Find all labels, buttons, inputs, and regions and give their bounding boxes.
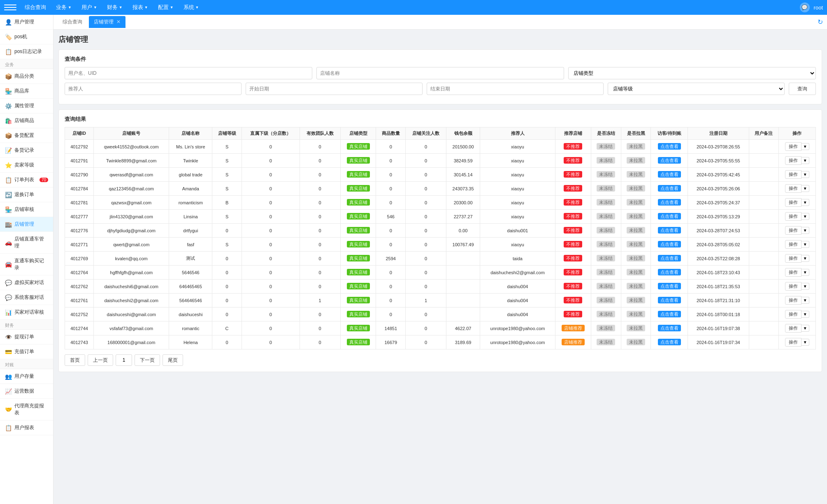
action-dropdown-button[interactable]: ▼	[801, 171, 809, 178]
sidebar-item-商品分类[interactable]: 📦 商品分类	[0, 69, 53, 84]
visit-tag[interactable]: 点击查看	[658, 241, 681, 247]
sidebar-item-用户存量[interactable]: 👥 用户存量	[0, 369, 53, 377]
page-number-input[interactable]	[116, 354, 132, 366]
shop-type-tag[interactable]: 真实店铺	[347, 213, 370, 220]
visit-tag[interactable]: 点击查看	[658, 171, 681, 178]
visit-tag[interactable]: 点击查看	[658, 199, 681, 206]
hamburger-menu[interactable]	[4, 1, 16, 14]
visit-tag[interactable]: 点击查看	[658, 227, 681, 234]
refshop-tag[interactable]: 不推荐	[564, 311, 582, 317]
sidebar-item-pos日志记录[interactable]: 📋 pos日志记录	[0, 44, 53, 59]
chat-icon[interactable]: 💬	[800, 2, 810, 12]
frozen-tag[interactable]: 未冻结	[597, 311, 615, 317]
last-page-button[interactable]: 尾页	[163, 354, 183, 366]
refshop-tag[interactable]: 店铺推荐	[562, 339, 585, 345]
shop-type-tag[interactable]: 真实店铺	[347, 283, 370, 289]
blacklist-tag[interactable]: 未拉黑	[627, 325, 645, 331]
nav-item-综合查询[interactable]: 综合查询	[21, 2, 50, 13]
frozen-tag[interactable]: 未冻结	[597, 143, 615, 150]
shopname-input[interactable]	[316, 67, 564, 79]
sidebar-item-提现订单[interactable]: 👁️ 提现订单	[0, 330, 53, 344]
nav-item-系统[interactable]: 系统 ▼	[179, 2, 203, 13]
action-button[interactable]: 操作	[785, 338, 801, 347]
sidebar-item-直通车购买记录[interactable]: 🚘 直通车购买记录	[0, 254, 53, 275]
blacklist-tag[interactable]: 未拉黑	[627, 283, 645, 289]
nav-item-业务[interactable]: 业务 ▼	[52, 2, 76, 13]
action-button[interactable]: 操作	[785, 184, 801, 193]
visit-tag[interactable]: 点击查看	[658, 269, 681, 275]
refshop-tag[interactable]: 不推荐	[564, 157, 582, 164]
frozen-tag[interactable]: 未冻结	[597, 227, 615, 234]
action-dropdown-button[interactable]: ▼	[801, 269, 809, 276]
nav-item-财务[interactable]: 财务 ▼	[103, 2, 127, 13]
query-button[interactable]: 查询	[789, 83, 816, 95]
shoptype-select[interactable]: 店铺类型 真实店铺	[568, 67, 816, 79]
shop-type-tag[interactable]: 真实店铺	[347, 297, 370, 303]
frozen-tag[interactable]: 未冻结	[597, 339, 615, 345]
visit-tag[interactable]: 点击查看	[658, 325, 681, 331]
sidebar-item-店铺商品[interactable]: 🛍️ 店铺商品	[0, 113, 53, 128]
visit-tag[interactable]: 点击查看	[658, 283, 681, 289]
action-dropdown-button[interactable]: ▼	[801, 157, 809, 164]
sidebar-item-买家对话审核[interactable]: 📊 买家对话审核	[0, 305, 53, 320]
frozen-tag[interactable]: 未冻结	[597, 171, 615, 178]
refshop-tag[interactable]: 不推荐	[564, 213, 582, 220]
action-button[interactable]: 操作	[785, 324, 801, 333]
referrer-input[interactable]	[65, 83, 242, 95]
sidebar-item-店铺管理[interactable]: 🏬 店铺管理	[0, 217, 53, 232]
visit-tag[interactable]: 点击查看	[658, 311, 681, 317]
action-dropdown-button[interactable]: ▼	[801, 213, 809, 220]
action-button[interactable]: 操作	[785, 170, 801, 179]
refshop-tag[interactable]: 不推荐	[564, 227, 582, 234]
tab-close-icon[interactable]: ✕	[116, 19, 121, 25]
action-dropdown-button[interactable]: ▼	[801, 297, 809, 304]
refshop-tag[interactable]: 不推荐	[564, 255, 582, 261]
refshop-tag[interactable]: 不推荐	[564, 171, 582, 178]
blacklist-tag[interactable]: 未拉黑	[627, 213, 645, 220]
username-input[interactable]	[65, 67, 312, 79]
refshop-tag[interactable]: 不推荐	[564, 283, 582, 289]
action-dropdown-button[interactable]: ▼	[801, 185, 809, 192]
blacklist-tag[interactable]: 未拉黑	[627, 199, 645, 206]
visit-tag[interactable]: 点击查看	[658, 157, 681, 164]
action-dropdown-button[interactable]: ▼	[801, 241, 809, 248]
action-dropdown-button[interactable]: ▼	[801, 199, 809, 206]
frozen-tag[interactable]: 未冻结	[597, 157, 615, 164]
blacklist-tag[interactable]: 未拉黑	[627, 185, 645, 192]
blacklist-tag[interactable]: 未拉黑	[627, 297, 645, 303]
prev-page-button[interactable]: 上一页	[88, 354, 113, 366]
frozen-tag[interactable]: 未冻结	[597, 269, 615, 275]
refshop-tag[interactable]: 不推荐	[564, 199, 582, 206]
shop-type-tag[interactable]: 真实店铺	[347, 143, 370, 150]
nav-item-配置[interactable]: 配置 ▼	[154, 2, 178, 13]
shop-type-tag[interactable]: 真实店铺	[347, 171, 370, 178]
nav-item-用户[interactable]: 用户 ▼	[77, 2, 101, 13]
sidebar-item-pos机[interactable]: 🏷️ pos机	[0, 30, 53, 44]
startdate-input[interactable]	[246, 83, 423, 95]
visit-tag[interactable]: 点击查看	[658, 143, 681, 150]
frozen-tag[interactable]: 未冻结	[597, 255, 615, 261]
blacklist-tag[interactable]: 未拉黑	[627, 255, 645, 261]
sidebar-item-退换订单[interactable]: ↩️ 退换订单	[0, 187, 53, 202]
action-dropdown-button[interactable]: ▼	[801, 339, 809, 346]
shop-type-tag[interactable]: 真实店铺	[347, 185, 370, 192]
blacklist-tag[interactable]: 未拉黑	[627, 339, 645, 345]
sidebar-item-店铺直通车管理[interactable]: 🚗 店铺直通车管理	[0, 232, 53, 254]
tab-refresh-icon[interactable]: ↻	[818, 18, 823, 26]
refshop-tag[interactable]: 不推荐	[564, 297, 582, 303]
action-button[interactable]: 操作	[785, 226, 801, 235]
frozen-tag[interactable]: 未冻结	[597, 283, 615, 289]
sidebar-item-用户管理[interactable]: 👤 用户管理	[0, 15, 53, 30]
blacklist-tag[interactable]: 未拉黑	[627, 269, 645, 275]
refshop-tag[interactable]: 不推荐	[564, 185, 582, 192]
action-dropdown-button[interactable]: ▼	[801, 283, 809, 290]
action-button[interactable]: 操作	[785, 156, 801, 165]
sidebar-item-充值订单[interactable]: 💳 充值订单	[0, 344, 53, 359]
tab-店铺管理[interactable]: 店铺管理 ✕	[89, 16, 125, 28]
action-button[interactable]: 操作	[785, 240, 801, 249]
shop-type-tag[interactable]: 真实店铺	[347, 311, 370, 317]
frozen-tag[interactable]: 未冻结	[597, 325, 615, 331]
tab-综合查询[interactable]: 综合查询	[58, 16, 87, 28]
action-button[interactable]: 操作	[785, 142, 801, 151]
action-button[interactable]: 操作	[785, 254, 801, 263]
